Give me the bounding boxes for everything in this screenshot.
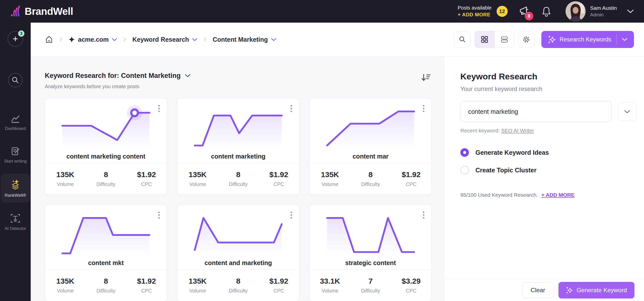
home-icon[interactable] (45, 35, 53, 44)
sparkline-chart (195, 217, 282, 255)
difficulty-stat: 7 Difficulty (350, 277, 391, 294)
difficulty-label: Difficulty (86, 181, 126, 187)
keyword-card[interactable]: content and marketing 135K Volume 8 Diff… (177, 205, 299, 301)
posts-available: Posts available + ADD MORE (458, 5, 492, 18)
keyword-card[interactable]: content marketing 135K Volume 8 Difficul… (177, 98, 299, 195)
ai-detector-icon (1, 213, 30, 224)
card-menu-button[interactable] (157, 211, 161, 220)
keyword-stats: 135K Volume 8 Difficulty $1.92 CPC (45, 269, 167, 301)
create-new-button[interactable]: + 3 (8, 31, 23, 47)
announcements-badge: 8 (525, 12, 533, 20)
keyword-title: content and marketing (177, 259, 299, 267)
keyword-card[interactable]: content mar 135K Volume 8 Difficulty $1.… (309, 98, 432, 195)
posts-count-badge: 12 (497, 6, 508, 17)
research-keywords-dropdown[interactable] (616, 34, 632, 45)
volume-value: 33.1K (310, 277, 350, 285)
breadcrumb-separator-icon (123, 37, 126, 42)
card-menu-button[interactable] (290, 211, 293, 220)
volume-label: Volume (45, 288, 86, 294)
grid-view-button[interactable] (475, 31, 494, 48)
sidebar: + 3 Dashboard (0, 23, 31, 301)
announcements-button[interactable]: 8 (518, 5, 529, 17)
difficulty-stat: 8 Difficulty (86, 170, 126, 187)
generate-keyword-button[interactable]: Generate Keyword (558, 282, 634, 298)
option-generate-keyword-ideas[interactable]: Generate Keyword Ideas (460, 148, 636, 157)
keyword-input-dropdown-button[interactable] (618, 102, 636, 121)
cpc-stat: $1.92 CPC (259, 170, 299, 187)
sort-button[interactable] (421, 73, 431, 83)
cpc-stat: $1.92 CPC (126, 170, 167, 187)
sidebar-item-ai-detector[interactable]: AI Detector (1, 208, 30, 236)
section-chevron-icon[interactable] (185, 74, 191, 77)
radio-generate-keyword-ideas[interactable] (460, 148, 469, 157)
sidebar-item-dashboard[interactable]: Dashboard (1, 109, 30, 136)
radio-create-topic-cluster[interactable] (460, 166, 469, 174)
sparkline-chart (62, 217, 149, 255)
panel-footer: Clear Generate Keyword (444, 279, 644, 301)
cpc-stat: $1.92 CPC (391, 170, 431, 187)
keyword-card[interactable]: strategic content 33.1K Volume 7 Difficu… (309, 205, 432, 301)
keyword-stats: 33.1K Volume 7 Difficulty $3.29 CPC (310, 269, 431, 301)
keyword-stats: 135K Volume 8 Difficulty $1.92 CPC (177, 269, 299, 301)
volume-stat: 135K Volume (45, 170, 86, 187)
usage-add-more-link[interactable]: + ADD MORE (541, 192, 575, 198)
brand-logo[interactable]: BrandWell (10, 5, 73, 18)
chevron-down-icon[interactable] (192, 38, 197, 41)
card-grid: content marketing content 135K Volume 8 … (45, 98, 444, 301)
breadcrumb-label: Content Marketing (213, 36, 268, 43)
difficulty-value: 8 (218, 170, 258, 179)
sidebar-item-start-writing[interactable]: Start writing (1, 141, 30, 168)
user-name: Sam Austin (590, 4, 617, 12)
keyword-trend-chart (62, 217, 149, 255)
recent-keyword: Recent keyword: SEO AI Writer (460, 128, 636, 134)
breadcrumb-keyword-research[interactable]: Keyword Research (132, 36, 197, 43)
card-menu-button[interactable] (290, 104, 293, 113)
sidebar-search-button[interactable] (8, 73, 23, 87)
keyword-card[interactable]: content marketing content 135K Volume 8 … (45, 98, 167, 195)
breadcrumb-site-label: acme.com (78, 36, 109, 43)
card-menu-button[interactable] (157, 104, 161, 113)
volume-label: Volume (310, 288, 350, 294)
sparkline-chart (327, 217, 414, 255)
breadcrumb-site[interactable]: acme.com (68, 36, 117, 43)
breadcrumb-content-marketing[interactable]: Content Marketing (213, 36, 276, 43)
option-label: Create Topic Cluster (475, 167, 537, 174)
cpc-stat: $1.92 CPC (259, 277, 299, 294)
search-icon (12, 76, 19, 84)
sidebar-item-label: AI Detector (1, 226, 30, 231)
research-keywords-button[interactable]: Research Keywords (541, 31, 634, 48)
keyword-trend-chart (62, 110, 149, 148)
sparkline-chart (327, 110, 414, 148)
keyword-input[interactable] (460, 101, 612, 122)
dashboard-icon (1, 114, 30, 124)
header-search-button[interactable] (454, 31, 470, 48)
keyword-card[interactable]: content mkt 135K Volume 8 Difficulty $1.… (45, 205, 167, 301)
add-more-link[interactable]: + ADD MORE (458, 11, 492, 18)
section-title: Keyword Research for: Content Marketing (45, 71, 181, 80)
sparkles-icon (566, 286, 573, 294)
start-writing-icon (1, 146, 30, 156)
cpc-value: $1.92 (391, 170, 431, 179)
list-view-button[interactable] (494, 31, 514, 48)
clear-button[interactable]: Clear (522, 282, 554, 298)
chevron-down-icon[interactable] (112, 38, 117, 41)
cpc-value: $1.92 (126, 277, 167, 285)
avatar[interactable] (566, 1, 586, 21)
cpc-label: CPC (126, 181, 167, 187)
brand-name: BrandWell (25, 6, 73, 17)
notifications-button[interactable] (541, 6, 551, 17)
keyword-title: content mar (310, 153, 431, 160)
sidebar-item-rankwell[interactable]: RankWell® (1, 174, 30, 203)
chevron-down-icon[interactable] (271, 38, 276, 41)
recent-keyword-link[interactable]: SEO AI Writer (501, 128, 534, 133)
card-menu-button[interactable] (422, 104, 425, 113)
chart-point-marker (127, 105, 142, 120)
user-info[interactable]: Sam Austin Admin (590, 4, 617, 18)
option-create-topic-cluster[interactable]: Create Topic Cluster (460, 166, 636, 174)
keyword-title: strategic content (310, 259, 431, 267)
volume-stat: 33.1K Volume (310, 277, 350, 294)
volume-stat: 135K Volume (45, 277, 86, 294)
card-menu-button[interactable] (422, 211, 425, 220)
settings-button[interactable] (518, 31, 534, 48)
user-menu-chevron-icon[interactable] (627, 9, 634, 13)
